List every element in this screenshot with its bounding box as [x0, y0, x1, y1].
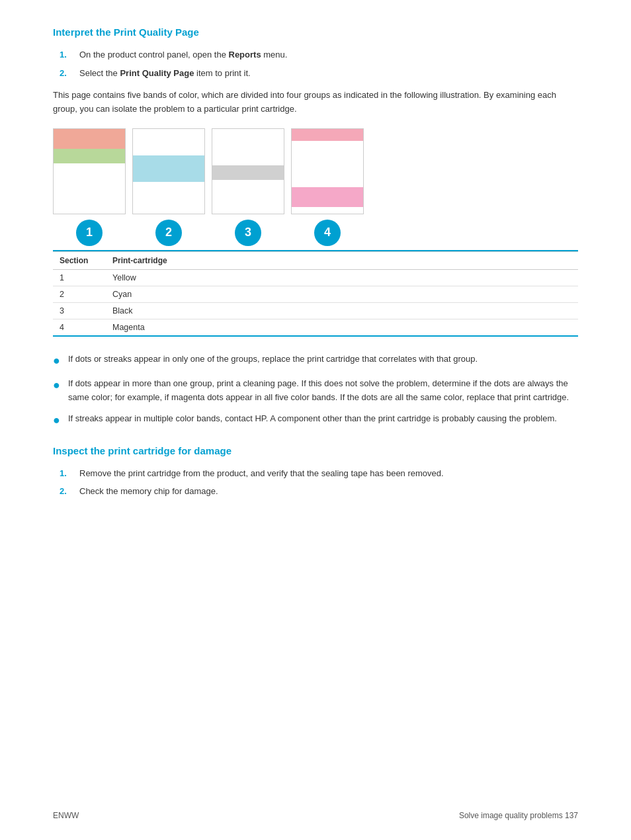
table-cell-section: 4: [53, 319, 106, 336]
bullet-dot-2: ●: [53, 377, 60, 405]
step-2-item-2: 2. Check the memory chip for damage.: [60, 485, 578, 498]
step2-text-1: Remove the print cartridge from the prod…: [79, 467, 444, 480]
intro-paragraph: This page contains five bands of color, …: [53, 89, 578, 116]
step-2-item-1: 1. Remove the print cartridge from the p…: [60, 467, 578, 480]
footer-left: ENWW: [53, 811, 79, 820]
table-cell-cartridge: Yellow: [106, 269, 578, 286]
circle-2: 2: [155, 220, 182, 246]
step2-number-1: 1.: [60, 467, 79, 480]
table-cell-section: 2: [53, 286, 106, 302]
band-box-3: [212, 128, 284, 214]
circle-cell-4: 4: [291, 220, 364, 246]
bullet-text-3: If streaks appear in multiple color band…: [68, 412, 557, 429]
band-box-2: [132, 128, 205, 214]
page-footer: ENWW Solve image quality problems 137: [53, 811, 578, 820]
cartridge-table: Section Print-cartridge 1Yellow2Cyan3Bla…: [53, 251, 578, 337]
table-row: 1Yellow: [53, 269, 578, 286]
step-1-item-2: 2. Select the Print Quality Page item to…: [60, 67, 578, 80]
circle-cell-3: 3: [212, 220, 284, 246]
table-cell-cartridge: Black: [106, 302, 578, 319]
band-box-1: [53, 128, 126, 214]
table-row: 4Magenta: [53, 319, 578, 336]
section-heading-2: Inspect the print cartridge for damage: [53, 445, 578, 456]
circle-3: 3: [235, 220, 261, 246]
bullet-item-1: ● If dots or streaks appear in only one …: [53, 353, 578, 369]
bullet-text-2: If dots appear in more than one group, p…: [68, 377, 578, 405]
bullet-item-2: ● If dots appear in more than one group,…: [53, 377, 578, 405]
step-1-text: On the product control panel, open the R…: [79, 48, 287, 62]
table-cell-cartridge: Cyan: [106, 286, 578, 302]
table-cell-section: 1: [53, 269, 106, 286]
table-body: 1Yellow2Cyan3Black4Magenta: [53, 269, 578, 336]
step2-number-2: 2.: [60, 485, 79, 498]
band-boxes-row: [53, 128, 578, 214]
table-header-row: Section Print-cartridge: [53, 251, 578, 269]
table-cell-cartridge: Magenta: [106, 319, 578, 336]
band-box-4: [291, 128, 364, 214]
circle-numbers-row: 1 2 3 4: [53, 220, 578, 251]
bullet-item-3: ● If streaks appear in multiple color ba…: [53, 412, 578, 429]
steps-list-2: 1. Remove the print cartridge from the p…: [53, 467, 578, 498]
bullet-dot-1: ●: [53, 353, 60, 369]
steps-list-1: 1. On the product control panel, open th…: [53, 48, 578, 79]
table-cell-section: 3: [53, 302, 106, 319]
step-2-text: Select the Print Quality Page item to pr…: [79, 67, 251, 80]
bullet-list: ● If dots or streaks appear in only one …: [53, 353, 578, 429]
step2-text-2: Check the memory chip for damage.: [79, 485, 218, 498]
table-row: 3Black: [53, 302, 578, 319]
col-header-cartridge: Print-cartridge: [106, 251, 578, 269]
circle-4: 4: [314, 220, 341, 246]
col-header-section: Section: [53, 251, 106, 269]
step-1-item-1: 1. On the product control panel, open th…: [60, 48, 578, 62]
color-band-illustration: 1 2 3 4: [53, 128, 578, 251]
circle-cell-2: 2: [132, 220, 205, 246]
table-row: 2Cyan: [53, 286, 578, 302]
step-number-1: 1.: [60, 48, 79, 62]
section-heading-1: Interpret the Print Quality Page: [53, 26, 578, 38]
step-number-2: 2.: [60, 67, 79, 80]
bullet-dot-3: ●: [53, 412, 60, 429]
circle-cell-1: 1: [53, 220, 126, 246]
footer-right: Solve image quality problems 137: [459, 811, 578, 820]
bullet-text-1: If dots or streaks appear in only one of…: [68, 353, 478, 369]
circle-1: 1: [76, 220, 103, 246]
